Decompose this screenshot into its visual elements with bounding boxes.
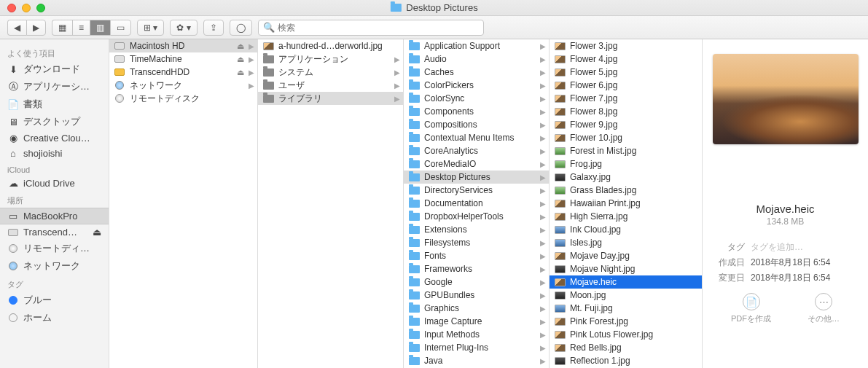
list-item[interactable]: Flower 8.jpg bbox=[550, 105, 702, 118]
view-column-button[interactable]: ▥ bbox=[90, 20, 110, 36]
list-item[interactable]: ライブラリ▶ bbox=[258, 92, 403, 105]
list-item[interactable]: Internet Plug-Ins▶ bbox=[404, 341, 549, 354]
list-item[interactable]: Audio▶ bbox=[404, 52, 549, 66]
list-item[interactable]: Flower 7.jpg bbox=[550, 92, 702, 105]
list-item[interactable]: DirectoryServices▶ bbox=[404, 184, 549, 197]
arrange-button[interactable]: ⊞ ▾ bbox=[137, 20, 164, 36]
share-button[interactable]: ⇪ bbox=[203, 20, 224, 36]
list-item[interactable]: システム▶ bbox=[258, 66, 403, 79]
list-item[interactable]: Galaxy.jpg bbox=[550, 171, 702, 184]
list-item[interactable]: Flower 9.jpg bbox=[550, 118, 702, 131]
list-item[interactable]: Flower 5.jpg bbox=[550, 66, 702, 79]
list-item[interactable]: Mojave.heic bbox=[550, 275, 702, 289]
list-item[interactable]: Mojave Day.jpg bbox=[550, 249, 702, 262]
list-item[interactable]: Grass Blades.jpg bbox=[550, 184, 702, 197]
list-item[interactable]: CoreMediaIO▶ bbox=[404, 157, 549, 171]
eject-icon[interactable]: ⏏ bbox=[237, 42, 244, 51]
list-item[interactable]: アプリケーション▶ bbox=[258, 52, 403, 66]
list-item[interactable]: ColorPickers▶ bbox=[404, 79, 549, 92]
item-label: Audio bbox=[424, 54, 536, 64]
list-item[interactable]: DropboxHelperTools▶ bbox=[404, 210, 549, 223]
list-item[interactable]: TranscendHDD⏏▶ bbox=[109, 66, 257, 79]
tags-button[interactable]: ◯ bbox=[230, 20, 252, 36]
eject-icon[interactable]: ⏏ bbox=[237, 55, 244, 64]
list-item[interactable]: TimeMachine⏏▶ bbox=[109, 52, 257, 66]
minimize-window-button[interactable] bbox=[22, 4, 31, 12]
list-item[interactable]: Hawaiian Print.jpg bbox=[550, 197, 702, 210]
list-item[interactable]: GPUBundles▶ bbox=[404, 289, 549, 302]
list-item[interactable]: Caches▶ bbox=[404, 66, 549, 79]
list-item[interactable]: Google▶ bbox=[404, 275, 549, 289]
list-item[interactable]: Contextual Menu Items▶ bbox=[404, 131, 549, 144]
list-item[interactable]: Flower 4.jpg bbox=[550, 52, 702, 66]
list-item[interactable]: Moon.jpg bbox=[550, 289, 702, 302]
list-item[interactable]: Documentation▶ bbox=[404, 197, 549, 210]
list-item[interactable]: Image Capture▶ bbox=[404, 315, 549, 328]
list-item[interactable]: Frog.jpg bbox=[550, 157, 702, 171]
list-item[interactable]: Compositions▶ bbox=[404, 118, 549, 131]
sidebar-item[interactable]: リモートディ… bbox=[0, 240, 109, 257]
sidebar-item[interactable]: ⌂shojioishi bbox=[0, 146, 109, 161]
list-item[interactable]: Pink Lotus Flower.jpg bbox=[550, 328, 702, 341]
sidebar-item[interactable]: 🖥デスクトップ bbox=[0, 113, 109, 130]
disc-icon bbox=[7, 243, 19, 254]
sidebar-item[interactable]: ⬇ダウンロード bbox=[0, 60, 109, 78]
chevron-right-icon: ▶ bbox=[540, 200, 546, 208]
list-item[interactable]: Extensions▶ bbox=[404, 223, 549, 236]
search-field[interactable]: 🔍 bbox=[258, 20, 484, 36]
list-item[interactable]: Forest in Mist.jpg bbox=[550, 144, 702, 157]
list-item[interactable]: Graphics▶ bbox=[404, 302, 549, 315]
list-item[interactable]: Fonts▶ bbox=[404, 249, 549, 262]
sidebar-item[interactable]: ◉Creative Clou… bbox=[0, 130, 109, 146]
sidebar-item[interactable]: ☁iCloud Drive bbox=[0, 176, 109, 191]
list-item[interactable]: Filesystems▶ bbox=[404, 236, 549, 249]
view-gallery-button[interactable]: ▭ bbox=[110, 20, 131, 36]
list-item[interactable]: Reflection 1.jpg bbox=[550, 354, 702, 367]
sidebar-item[interactable]: 📄書類 bbox=[0, 95, 109, 113]
action-button[interactable]: ✿ ▾ bbox=[170, 20, 197, 36]
list-item[interactable]: Red Bells.jpg bbox=[550, 341, 702, 354]
list-item[interactable]: Flower 3.jpg bbox=[550, 39, 702, 52]
create-pdf-button[interactable]: 📄 PDFを作成 bbox=[731, 293, 771, 324]
tag-field[interactable]: タグを追加… bbox=[751, 241, 803, 254]
zoom-window-button[interactable] bbox=[36, 4, 45, 12]
image-icon bbox=[554, 198, 566, 208]
list-item[interactable]: Mojave Night.jpg bbox=[550, 262, 702, 275]
list-item[interactable]: CoreAnalytics▶ bbox=[404, 144, 549, 157]
list-item[interactable]: Flower 10.jpg bbox=[550, 131, 702, 144]
sidebar-item[interactable]: Ⓐアプリケーシ… bbox=[0, 78, 109, 95]
list-item[interactable]: Components▶ bbox=[404, 105, 549, 118]
list-item[interactable]: ユーザ▶ bbox=[258, 79, 403, 92]
list-item[interactable]: a-hundred-d…derworld.jpg bbox=[258, 39, 403, 52]
sidebar-item[interactable]: Transcend…⏏ bbox=[0, 224, 109, 240]
list-item[interactable]: ネットワーク▶ bbox=[109, 79, 257, 92]
sidebar-item[interactable]: ネットワーク bbox=[0, 257, 109, 275]
list-item[interactable]: Application Support▶ bbox=[404, 39, 549, 52]
eject-icon[interactable]: ⏏ bbox=[93, 227, 101, 238]
view-list-button[interactable]: ≡ bbox=[72, 20, 90, 36]
list-item[interactable]: Java▶ bbox=[404, 354, 549, 367]
list-item[interactable]: High Sierra.jpg bbox=[550, 210, 702, 223]
list-item[interactable]: ColorSync▶ bbox=[404, 92, 549, 105]
list-item[interactable]: リモートディスク bbox=[109, 92, 257, 105]
eject-icon[interactable]: ⏏ bbox=[237, 68, 244, 77]
list-item[interactable]: Mt. Fuji.jpg bbox=[550, 302, 702, 315]
list-item[interactable]: Ink Cloud.jpg bbox=[550, 223, 702, 236]
search-input[interactable] bbox=[278, 23, 479, 33]
list-item[interactable]: Macintosh HD⏏▶ bbox=[109, 39, 257, 52]
list-item[interactable]: Isles.jpg bbox=[550, 236, 702, 249]
close-window-button[interactable] bbox=[7, 4, 16, 12]
list-item[interactable]: Frameworks▶ bbox=[404, 262, 549, 275]
sidebar-item[interactable]: ▭MacBookPro bbox=[0, 208, 109, 224]
view-icon-button[interactable]: ▦ bbox=[52, 20, 72, 36]
more-actions-button[interactable]: ⋯ その他… bbox=[808, 293, 840, 324]
back-button[interactable]: ◀ bbox=[7, 20, 26, 36]
sidebar-item[interactable]: ホーム bbox=[0, 309, 109, 326]
list-item[interactable]: Input Methods▶ bbox=[404, 328, 549, 341]
list-item[interactable]: Pink Forest.jpg bbox=[550, 315, 702, 328]
list-item[interactable]: Flower 6.jpg bbox=[550, 79, 702, 92]
sidebar-item[interactable]: ブルー bbox=[0, 291, 109, 309]
forward-button[interactable]: ▶ bbox=[26, 20, 46, 36]
list-item[interactable]: Desktop Pictures▶ bbox=[404, 171, 549, 184]
tag-blue-icon bbox=[7, 295, 19, 305]
